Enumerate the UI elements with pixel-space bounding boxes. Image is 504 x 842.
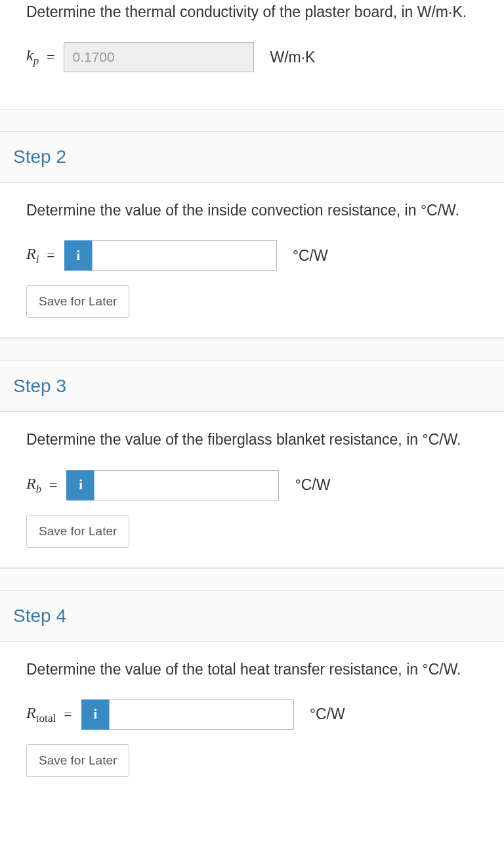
step4-header: Step 4 <box>0 591 504 642</box>
step3-answer-row: Rb = i °C/W <box>26 470 478 500</box>
step3-content: Determine the value of the fiberglass bl… <box>0 412 504 567</box>
step2-section: Step 2 Determine the value of the inside… <box>0 131 504 338</box>
equals-sign: = <box>64 706 72 723</box>
step1-prompt: Determine the thermal conductivity of th… <box>26 0 478 22</box>
section-gap <box>0 109 504 131</box>
step1-variable: kp <box>26 47 39 68</box>
step2-input[interactable] <box>92 240 277 271</box>
step1-unit: W/m·K <box>270 49 315 66</box>
step2-prompt: Determine the value of the inside convec… <box>26 200 478 221</box>
step1-input[interactable] <box>64 42 254 72</box>
step4-unit: °C/W <box>310 705 345 723</box>
step2-answer-row: Ri = i °C/W <box>26 240 478 271</box>
info-icon[interactable]: i <box>81 699 109 730</box>
step2-header: Step 2 <box>0 132 504 183</box>
section-gap <box>0 568 504 590</box>
step3-header: Step 3 <box>0 361 504 412</box>
step4-variable: Rtotal <box>26 704 56 725</box>
step4-input[interactable] <box>109 699 294 730</box>
equals-sign: = <box>47 247 54 264</box>
step1-content: Determine the thermal conductivity of th… <box>0 0 504 109</box>
step2-content: Determine the value of the inside convec… <box>0 183 504 338</box>
equals-sign: = <box>47 49 54 66</box>
step1-answer-row: kp = W/m·K <box>26 42 478 72</box>
step3-prompt: Determine the value of the fiberglass bl… <box>26 429 478 450</box>
step2-variable: Ri <box>26 245 39 266</box>
step3-input[interactable] <box>94 470 279 500</box>
step4-section: Step 4 Determine the value of the total … <box>0 590 504 790</box>
save-for-later-button[interactable]: Save for Later <box>26 285 129 318</box>
step4-prompt: Determine the value of the total heat tr… <box>26 659 478 680</box>
save-for-later-button[interactable]: Save for Later <box>26 744 129 777</box>
info-icon[interactable]: i <box>64 240 92 271</box>
save-for-later-button[interactable]: Save for Later <box>26 515 129 548</box>
step4-content: Determine the value of the total heat tr… <box>0 642 504 790</box>
step2-title: Step 2 <box>13 146 66 167</box>
section-gap <box>0 338 504 361</box>
step3-unit: °C/W <box>295 476 330 494</box>
step3-variable: Rb <box>26 475 41 496</box>
step4-title: Step 4 <box>13 606 66 626</box>
step2-unit: °C/W <box>293 247 328 265</box>
equals-sign: = <box>49 477 57 494</box>
step3-title: Step 3 <box>13 376 66 396</box>
info-icon[interactable]: i <box>66 470 94 500</box>
step3-section: Step 3 Determine the value of the fiberg… <box>0 361 504 567</box>
step4-answer-row: Rtotal = i °C/W <box>26 699 478 730</box>
